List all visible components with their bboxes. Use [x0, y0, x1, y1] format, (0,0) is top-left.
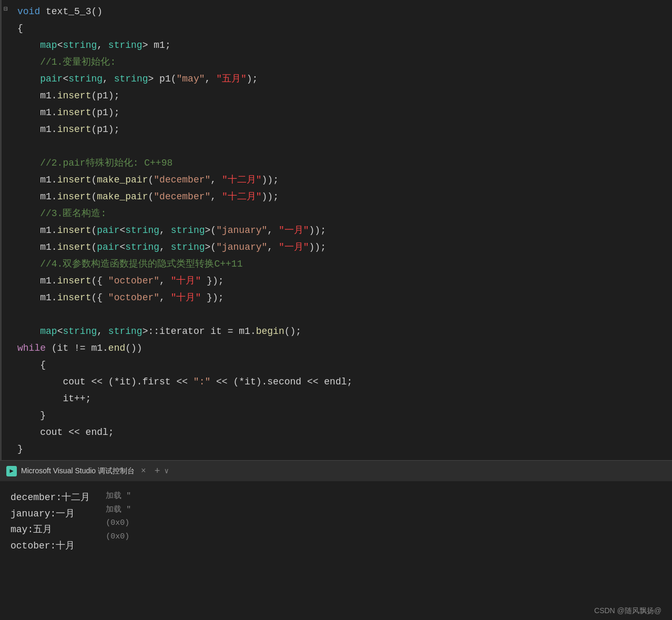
code-segment	[17, 158, 40, 168]
code-segment: m1.	[17, 225, 57, 236]
code-segment: ));	[262, 175, 279, 185]
code-segment: >(	[205, 225, 217, 236]
code-segment: ,	[97, 326, 108, 337]
terminal-add-button[interactable]: +	[155, 466, 160, 476]
code-segment: <	[63, 74, 68, 84]
code-line-19	[2, 307, 672, 324]
code-segment: while	[17, 343, 46, 353]
code-segment: ,	[103, 74, 114, 84]
side-label-4: (0x0)	[106, 530, 131, 544]
code-segment: insert	[57, 175, 91, 185]
code-segment: (	[148, 175, 154, 185]
code-segment: string	[171, 242, 205, 252]
terminal-tab-label: Microsoft Visual Studio 调试控制台	[21, 466, 135, 476]
collapse-icon[interactable]: ⊟	[4, 4, 8, 15]
code-segment: ())	[125, 343, 142, 353]
code-segment: >::iterator it = m1.	[142, 326, 256, 337]
terminal-icon: ▶	[6, 466, 17, 476]
code-line-24: it++;	[2, 391, 672, 408]
code-segment: "十月"	[171, 276, 201, 286]
code-segment: "january"	[216, 225, 267, 236]
code-segment: );	[247, 74, 258, 84]
code-segment: string	[63, 326, 97, 337]
code-segment: ,	[159, 225, 171, 236]
code-segment: m1.	[17, 292, 57, 303]
code-line-4: //1.变量初始化:	[2, 55, 672, 72]
code-segment: insert	[57, 191, 91, 202]
code-line-23: cout << (*it).first << ":" << (*it).seco…	[2, 374, 672, 391]
code-line-22: {	[2, 358, 672, 374]
code-segment: <	[57, 326, 63, 337]
code-segment: make_pair	[97, 191, 148, 202]
code-segment: cout << endl;	[17, 427, 114, 438]
code-segment	[17, 40, 40, 50]
code-line-21: while (it != m1.end())	[2, 341, 672, 358]
code-line-10: //2.pair特殊初始化: C++98	[2, 156, 672, 172]
code-segment	[17, 326, 40, 337]
code-segment: //2.pair特殊初始化: C++98	[40, 158, 172, 168]
code-segment: string	[108, 40, 142, 50]
code-segment: insert	[57, 292, 91, 303]
output-line: january:一月	[11, 506, 90, 522]
output-line: october:十月	[11, 538, 90, 554]
code-segment	[17, 208, 40, 219]
code-line-16: //4.双参数构造函数提供的隐式类型转换C++11	[2, 257, 672, 273]
code-segment: });	[201, 276, 223, 286]
code-segment: pair	[40, 74, 63, 84]
code-segment: << (*it).second << endl;	[210, 377, 352, 387]
code-segment: "五月"	[216, 74, 247, 84]
code-segment: <	[119, 225, 125, 236]
code-segment: <	[57, 40, 63, 50]
terminal-chevron-button[interactable]: ∨	[164, 466, 168, 475]
code-line-8: m1.insert(p1);	[2, 122, 672, 139]
code-segment: map	[40, 40, 57, 50]
code-line-26: cout << endl;	[2, 425, 672, 442]
code-segment: m1.	[17, 175, 57, 185]
code-segment: m1.	[17, 107, 57, 118]
code-segment: m1.	[17, 276, 57, 286]
code-line-7: m1.insert(p1);	[2, 105, 672, 122]
code-segment: ));	[262, 191, 279, 202]
code-line-6: m1.insert(p1);	[2, 88, 672, 105]
code-line-5: pair<string, string> p1("may", "五月");	[2, 72, 672, 88]
terminal-close-button[interactable]: ×	[141, 466, 146, 476]
code-segment: m1.	[17, 124, 57, 135]
code-segment: insert	[57, 124, 91, 135]
output-line: december:十二月	[11, 490, 90, 506]
code-segment: ();	[284, 326, 301, 337]
code-segment: >(	[205, 242, 217, 252]
code-line-3: map<string, string> m1;	[2, 38, 672, 55]
code-segment: });	[201, 292, 223, 303]
code-segment: map	[40, 326, 57, 337]
code-line-27: }	[2, 442, 672, 459]
code-segment	[17, 74, 40, 84]
code-segment: (	[91, 191, 97, 202]
code-segment: <	[119, 242, 125, 252]
terminal-bar: ▶ Microsoft Visual Studio 调试控制台 × + ∨	[0, 460, 672, 481]
code-segment: (	[148, 191, 154, 202]
code-segment: (it != m1.	[46, 343, 108, 353]
code-segment: (	[91, 175, 97, 185]
code-segment: void	[17, 6, 40, 17]
code-segment: ,	[97, 40, 108, 50]
code-segment: make_pair	[97, 175, 148, 185]
code-segment: end	[108, 343, 125, 353]
bottom-right-label: CSDN @随风飘扬@	[594, 606, 661, 616]
code-segment: ,	[205, 74, 217, 84]
code-segment: "october"	[108, 276, 159, 286]
code-segment: text_5_3()	[40, 6, 103, 17]
code-segment: {	[17, 23, 23, 34]
code-segment	[17, 57, 40, 67]
code-segment: string	[125, 225, 159, 236]
output-line: may:五月	[11, 522, 90, 538]
code-segment: insert	[57, 225, 91, 236]
code-segment: m1.	[17, 90, 57, 101]
code-line-15: m1.insert(pair<string, string>("january"…	[2, 240, 672, 257]
code-segment: ,	[210, 191, 222, 202]
side-label-2: 加载 "	[106, 503, 131, 517]
code-segment: insert	[57, 90, 91, 101]
code-segment: string	[68, 74, 103, 84]
code-segment: ,	[267, 242, 279, 252]
code-segment: ));	[309, 242, 326, 252]
code-line-17: m1.insert({ "october", "十月" });	[2, 273, 672, 290]
